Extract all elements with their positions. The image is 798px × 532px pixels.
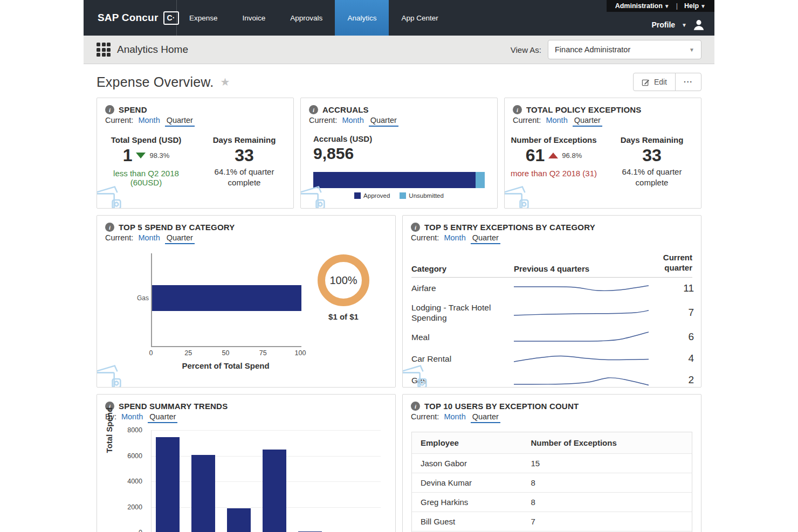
trend-bar[interactable]	[191, 455, 215, 532]
column-header: Previous 4 quarters	[514, 264, 647, 273]
trend-bar[interactable]	[263, 450, 286, 532]
quarter-link[interactable]: Quarter	[165, 233, 195, 244]
sparkline-chart	[514, 281, 649, 296]
analytics-home-bar: Analytics Home View As: Finance Administ…	[84, 36, 714, 64]
month-link[interactable]: Month	[121, 412, 143, 421]
month-link[interactable]: Month	[546, 116, 567, 125]
wallet-watermark-icon	[97, 183, 126, 209]
quarter-link[interactable]: Quarter	[148, 412, 177, 423]
top10-users-card: i TOP 10 USERS BY EXCEPTION COUNT Curren…	[402, 394, 701, 532]
gas-bar[interactable]	[152, 285, 301, 311]
category-axis-label: Gas	[127, 294, 149, 302]
favorite-star-icon[interactable]: ★	[220, 75, 230, 88]
more-options-button[interactable]: ···	[675, 73, 701, 91]
users-table: Employee Number of Exceptions Jason Gabo…	[411, 432, 692, 532]
month-link[interactable]: Month	[444, 412, 465, 421]
edit-button[interactable]: Edit	[633, 73, 676, 91]
period-label: Current:	[105, 233, 133, 242]
info-icon[interactable]: i	[411, 402, 420, 411]
category-bar-chart: Gas	[151, 253, 301, 347]
trend-down-icon	[136, 153, 146, 158]
legend-label: Approved	[363, 192, 390, 199]
quarter-link[interactable]: Quarter	[165, 116, 195, 127]
table-row: Jason Gabor15	[412, 454, 692, 473]
metric-value: 33	[235, 146, 254, 165]
info-icon[interactable]: i	[105, 105, 114, 114]
unsubmitted-swatch	[400, 192, 406, 199]
chevron-down-icon: ▼	[682, 22, 687, 28]
top5-spend-card: i TOP 5 SPEND BY CATEGORY Current: Month…	[97, 215, 396, 388]
month-link[interactable]: Month	[138, 116, 160, 125]
approved-bar-segment	[313, 172, 476, 188]
metric-label: Number of Exceptions	[509, 135, 598, 144]
month-link[interactable]: Month	[444, 233, 465, 242]
brand-logo: SAP Concur C·	[98, 0, 179, 36]
page-title: Expense Overview.	[97, 74, 214, 90]
donut-sub-label: $1 of $1	[311, 312, 376, 321]
trend-bar[interactable]	[227, 508, 251, 532]
spend-trends-card: i SPEND SUMMARY TRENDS By: Month Quarter…	[97, 394, 396, 532]
policy-exceptions-card: i TOTAL POLICY EXCEPTIONS Current: Month…	[504, 98, 701, 209]
profile-menu[interactable]: Profile▼	[652, 18, 706, 32]
view-as-select[interactable]: Finance Administrator ▼	[548, 40, 701, 59]
x-axis-title: Percent of Total Spend	[151, 361, 300, 370]
help-menu[interactable]: Help▼	[684, 2, 706, 10]
info-icon[interactable]: i	[513, 105, 522, 114]
table-row: Airfare 11	[411, 278, 692, 299]
brand-name: SAP Concur	[98, 12, 159, 24]
metric-value: 9,856	[313, 144, 485, 163]
quarter-link[interactable]: Quarter	[369, 116, 398, 127]
y-axis-title: Total Spend	[105, 394, 114, 481]
exceptions-table: Category Previous 4 quarters Currentquar…	[411, 253, 692, 388]
card-title: SPEND	[119, 105, 147, 114]
tab-expense[interactable]: Expense	[177, 0, 230, 36]
avatar-icon[interactable]	[692, 18, 706, 32]
tab-analytics[interactable]: Analytics	[335, 0, 389, 36]
tab-invoice[interactable]: Invoice	[230, 0, 278, 36]
donut-center-label: 100%	[329, 274, 357, 287]
quarter-link[interactable]: Quarter	[573, 116, 602, 127]
metric-delta: 96.8%	[562, 151, 582, 160]
info-icon[interactable]: i	[309, 105, 318, 114]
trend-bar[interactable]	[156, 437, 180, 532]
metric-value: 1	[123, 146, 133, 165]
info-icon[interactable]: i	[411, 223, 420, 232]
month-link[interactable]: Month	[138, 233, 160, 242]
chevron-down-icon: ▼	[689, 47, 694, 53]
dashboard-actions: Edit ···	[633, 73, 701, 91]
accruals-stacked-bar	[313, 172, 485, 188]
card-title: TOP 5 SPEND BY CATEGORY	[119, 223, 235, 232]
wallet-watermark-icon	[97, 362, 126, 388]
metric-value: 61	[526, 146, 545, 165]
card-title: ACCRUALS	[322, 105, 369, 114]
tab-app-center[interactable]: App Center	[389, 0, 450, 36]
column-header: Number of Exceptions	[531, 438, 683, 447]
wallet-watermark-icon	[504, 183, 534, 209]
period-label: Current:	[309, 116, 337, 125]
period-label: Current:	[513, 116, 541, 125]
card-title: TOTAL POLICY EXCEPTIONS	[526, 105, 642, 114]
sparkline-chart	[514, 351, 649, 366]
card-title: TOP 5 ENTRY EXCEPTIONS BY CATEGORY	[424, 223, 595, 232]
sparkline-chart	[514, 329, 649, 344]
x-axis-ticks: 0 25 50 75 100	[151, 349, 300, 358]
administration-menu[interactable]: Administration▼	[615, 2, 670, 10]
column-header: Employee	[421, 438, 531, 447]
tab-approvals[interactable]: Approvals	[278, 0, 335, 36]
table-row: Devina Kumar8	[412, 473, 692, 493]
y-axis-ticks: 8000 6000 4000 2000 0	[113, 430, 147, 532]
sparkline-chart	[514, 305, 649, 320]
view-as-value: Finance Administrator	[555, 45, 630, 54]
dashboard-title-bar: Expense Overview. ★ Edit ···	[84, 64, 714, 98]
app-launcher-icon[interactable]	[97, 43, 111, 57]
info-icon[interactable]: i	[105, 223, 114, 232]
card-title: TOP 10 USERS BY EXCEPTION COUNT	[424, 402, 579, 411]
quarter-link[interactable]: Quarter	[471, 412, 500, 423]
approved-swatch	[354, 192, 361, 199]
wallet-watermark-icon	[402, 362, 432, 388]
accruals-legend: Approved Unsubmitted	[313, 192, 485, 199]
period-label: Current:	[411, 233, 439, 242]
table-row: Lodging - Track Hotel Spending 7	[411, 299, 692, 327]
month-link[interactable]: Month	[342, 116, 363, 125]
quarter-link[interactable]: Quarter	[471, 233, 500, 244]
